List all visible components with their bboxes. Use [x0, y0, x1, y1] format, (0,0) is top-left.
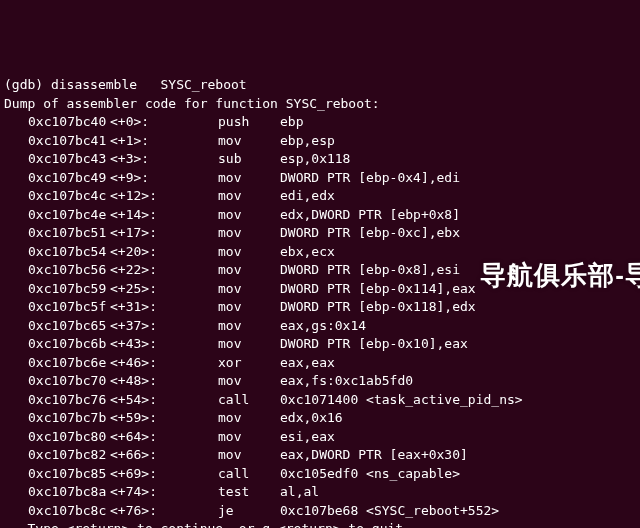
asm-mnemonic: mov [218, 261, 280, 280]
asm-mnemonic: xor [218, 354, 280, 373]
asm-args: ebp,esp [280, 132, 335, 151]
asm-address: 0xc107bc43 [28, 150, 110, 169]
asm-mnemonic: mov [218, 409, 280, 428]
asm-address: 0xc107bc41 [28, 132, 110, 151]
asm-address: 0xc107bc56 [28, 261, 110, 280]
asm-line: 0xc107bc80 <+64>:movesi,eax [4, 428, 636, 447]
asm-mnemonic: mov [218, 428, 280, 447]
asm-line: 0xc107bc59 <+25>:movDWORD PTR [ebp-0x114… [4, 280, 636, 299]
asm-args: DWORD PTR [ebp-0x118],edx [280, 298, 476, 317]
asm-offset: <+9>: [110, 169, 218, 188]
asm-mnemonic: mov [218, 317, 280, 336]
asm-address: 0xc107bc65 [28, 317, 110, 336]
asm-offset: <+31>: [110, 298, 218, 317]
asm-line: 0xc107bc7b <+59>:movedx,0x16 [4, 409, 636, 428]
asm-args: eax,gs:0x14 [280, 317, 366, 336]
asm-mnemonic: mov [218, 335, 280, 354]
asm-address: 0xc107bc8a [28, 483, 110, 502]
dump-header: Dump of assembler code for function SYSC… [4, 95, 636, 114]
asm-args: DWORD PTR [ebp-0x10],eax [280, 335, 468, 354]
asm-offset: <+3>: [110, 150, 218, 169]
asm-line: 0xc107bc43 <+3>:subesp,0x118 [4, 150, 636, 169]
asm-args: ebx,ecx [280, 243, 335, 262]
asm-offset: <+20>: [110, 243, 218, 262]
asm-offset: <+22>: [110, 261, 218, 280]
asm-offset: <+37>: [110, 317, 218, 336]
asm-args: ebp [280, 113, 303, 132]
asm-offset: <+48>: [110, 372, 218, 391]
asm-line: 0xc107bc6b <+43>:movDWORD PTR [ebp-0x10]… [4, 335, 636, 354]
asm-address: 0xc107bc76 [28, 391, 110, 410]
asm-mnemonic: mov [218, 169, 280, 188]
asm-args: DWORD PTR [ebp-0x4],edi [280, 169, 460, 188]
asm-offset: <+25>: [110, 280, 218, 299]
asm-args: 0xc105edf0 <ns_capable> [280, 465, 460, 484]
asm-args: esi,eax [280, 428, 335, 447]
asm-line: 0xc107bc5f <+31>:movDWORD PTR [ebp-0x118… [4, 298, 636, 317]
asm-line: 0xc107bc65 <+37>:moveax,gs:0x14 [4, 317, 636, 336]
asm-offset: <+46>: [110, 354, 218, 373]
asm-address: 0xc107bc6e [28, 354, 110, 373]
asm-address: 0xc107bc40 [28, 113, 110, 132]
asm-args: edi,edx [280, 187, 335, 206]
asm-line: 0xc107bc6e <+46>:xoreax,eax [4, 354, 636, 373]
asm-args: edx,DWORD PTR [ebp+0x8] [280, 206, 460, 225]
asm-args: DWORD PTR [ebp-0x114],eax [280, 280, 476, 299]
asm-address: 0xc107bc7b [28, 409, 110, 428]
asm-args: DWORD PTR [ebp-0x8],esi [280, 261, 460, 280]
asm-line: 0xc107bc8a <+74>:testal,al [4, 483, 636, 502]
asm-line: 0xc107bc40 <+0>:pushebp [4, 113, 636, 132]
asm-address: 0xc107bc59 [28, 280, 110, 299]
asm-line: 0xc107bc85 <+69>:call0xc105edf0 <ns_capa… [4, 465, 636, 484]
asm-args: eax,eax [280, 354, 335, 373]
asm-args: edx,0x16 [280, 409, 343, 428]
gdb-prompt-line: (gdb) disassemble SYSC_reboot [4, 76, 636, 95]
asm-address: 0xc107bc49 [28, 169, 110, 188]
asm-args: 0xc1071400 <task_active_pid_ns> [280, 391, 523, 410]
asm-address: 0xc107bc8c [28, 502, 110, 521]
asm-line: 0xc107bc8c <+76>:je0xc107be68 <SYSC_rebo… [4, 502, 636, 521]
asm-offset: <+1>: [110, 132, 218, 151]
asm-mnemonic: mov [218, 372, 280, 391]
asm-address: 0xc107bc4c [28, 187, 110, 206]
terminal-output[interactable]: (gdb) disassemble SYSC_rebootDump of ass… [4, 76, 636, 528]
asm-offset: <+43>: [110, 335, 218, 354]
asm-offset: <+66>: [110, 446, 218, 465]
asm-address: 0xc107bc6b [28, 335, 110, 354]
asm-mnemonic: mov [218, 243, 280, 262]
asm-line: 0xc107bc70 <+48>:moveax,fs:0xc1ab5fd0 [4, 372, 636, 391]
asm-mnemonic: call [218, 391, 280, 410]
asm-offset: <+76>: [110, 502, 218, 521]
asm-line: 0xc107bc82 <+66>:moveax,DWORD PTR [eax+0… [4, 446, 636, 465]
asm-address: 0xc107bc85 [28, 465, 110, 484]
asm-args: DWORD PTR [ebp-0xc],ebx [280, 224, 460, 243]
asm-line: 0xc107bc41 <+1>:movebp,esp [4, 132, 636, 151]
asm-line: 0xc107bc4e <+14>:movedx,DWORD PTR [ebp+0… [4, 206, 636, 225]
asm-mnemonic: mov [218, 206, 280, 225]
asm-address: 0xc107bc4e [28, 206, 110, 225]
asm-address: 0xc107bc80 [28, 428, 110, 447]
asm-offset: <+54>: [110, 391, 218, 410]
asm-line: 0xc107bc49 <+9>:movDWORD PTR [ebp-0x4],e… [4, 169, 636, 188]
asm-offset: <+74>: [110, 483, 218, 502]
asm-mnemonic: mov [218, 187, 280, 206]
asm-offset: <+64>: [110, 428, 218, 447]
asm-address: 0xc107bc82 [28, 446, 110, 465]
asm-mnemonic: test [218, 483, 280, 502]
asm-address: 0xc107bc51 [28, 224, 110, 243]
asm-args: eax,fs:0xc1ab5fd0 [280, 372, 413, 391]
asm-args: esp,0x118 [280, 150, 350, 169]
asm-args: eax,DWORD PTR [eax+0x30] [280, 446, 468, 465]
asm-line: 0xc107bc56 <+22>:movDWORD PTR [ebp-0x8],… [4, 261, 636, 280]
asm-offset: <+0>: [110, 113, 218, 132]
asm-mnemonic: mov [218, 298, 280, 317]
asm-line: 0xc107bc54 <+20>:movebx,ecx [4, 243, 636, 262]
asm-address: 0xc107bc70 [28, 372, 110, 391]
asm-mnemonic: je [218, 502, 280, 521]
asm-address: 0xc107bc54 [28, 243, 110, 262]
asm-line: 0xc107bc76 <+54>:call0xc1071400 <task_ac… [4, 391, 636, 410]
asm-args: 0xc107be68 <SYSC_reboot+552> [280, 502, 499, 521]
asm-offset: <+69>: [110, 465, 218, 484]
asm-mnemonic: mov [218, 224, 280, 243]
asm-offset: <+14>: [110, 206, 218, 225]
